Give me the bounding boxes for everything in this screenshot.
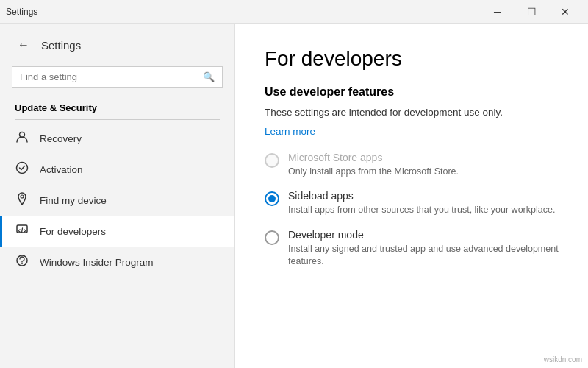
svg-point-5	[21, 263, 23, 265]
watermark: wsikdn.com	[544, 355, 582, 364]
radio-item-microsoft-store[interactable]: Microsoft Store apps Only install apps f…	[265, 152, 559, 179]
radio-sideload-label: Sideload apps	[288, 190, 555, 202]
minimize-button[interactable]: ─	[481, 0, 514, 24]
for-developers-label: For developers	[40, 226, 106, 237]
radio-sideload-labels: Sideload apps Install apps from other so…	[288, 190, 555, 217]
titlebar-left: Settings	[6, 7, 37, 17]
radio-sideload-sublabel: Install apps from other sources that you…	[288, 204, 555, 217]
radio-developer-mode-sublabel: Install any signed and trusted app and u…	[288, 243, 559, 269]
radio-microsoft-store-label: Microsoft Store apps	[288, 152, 459, 163]
sidebar-item-find-my-device[interactable]: Find my device	[0, 185, 234, 216]
search-input[interactable]	[20, 71, 197, 82]
sidebar-item-for-developers[interactable]: For developers	[0, 216, 234, 247]
sidebar-divider	[15, 119, 220, 120]
recovery-label: Recovery	[40, 133, 82, 144]
windows-insider-label: Windows Insider Program	[40, 257, 154, 268]
radio-sideload-circle[interactable]	[265, 191, 279, 206]
search-box[interactable]: 🔍	[12, 66, 223, 88]
sidebar: ← Settings 🔍 Update & Security Recovery	[0, 24, 235, 368]
for-developers-icon	[15, 223, 29, 239]
radio-microsoft-store-sublabel: Only install apps from the Microsoft Sto…	[288, 166, 459, 179]
sidebar-app-title: Settings	[41, 39, 81, 52]
back-button[interactable]: ←	[15, 35, 32, 54]
window-controls: ─ ☐ ✕	[481, 0, 582, 24]
sidebar-item-activation[interactable]: Activation	[0, 154, 234, 185]
radio-item-sideload[interactable]: Sideload apps Install apps from other so…	[265, 190, 559, 217]
svg-point-2	[21, 195, 24, 198]
svg-point-1	[17, 163, 28, 174]
activation-icon	[15, 161, 29, 177]
app-body: ← Settings 🔍 Update & Security Recovery	[0, 24, 588, 368]
section-title: Use developer features	[265, 85, 559, 99]
page-title: For developers	[265, 47, 559, 71]
app-title: Settings	[6, 7, 37, 17]
windows-insider-icon	[15, 254, 29, 270]
radio-microsoft-store-labels: Microsoft Store apps Only install apps f…	[288, 152, 459, 179]
find-my-device-icon	[15, 192, 29, 208]
radio-group: Microsoft Store apps Only install apps f…	[265, 152, 559, 269]
sidebar-section-title: Update & Security	[0, 96, 234, 116]
find-my-device-label: Find my device	[40, 195, 107, 206]
learn-more-link[interactable]: Learn more	[265, 126, 315, 137]
radio-developer-mode-label: Developer mode	[288, 229, 559, 241]
radio-microsoft-store-circle[interactable]	[265, 153, 279, 168]
close-button[interactable]: ✕	[548, 0, 582, 24]
activation-label: Activation	[40, 164, 83, 175]
titlebar: Settings ─ ☐ ✕	[0, 0, 588, 24]
content-area: For developers Use developer features Th…	[235, 24, 588, 368]
sidebar-item-windows-insider[interactable]: Windows Insider Program	[0, 247, 234, 277]
radio-developer-mode-circle[interactable]	[265, 230, 279, 245]
description-text: These settings are intended for developm…	[265, 106, 559, 120]
sidebar-header: ← Settings	[0, 24, 234, 63]
maximize-button[interactable]: ☐	[514, 0, 548, 24]
search-icon: 🔍	[203, 71, 215, 82]
recovery-icon	[15, 130, 29, 146]
sidebar-item-recovery[interactable]: Recovery	[0, 123, 234, 154]
radio-item-developer-mode[interactable]: Developer mode Install any signed and tr…	[265, 229, 559, 269]
radio-developer-mode-labels: Developer mode Install any signed and tr…	[288, 229, 559, 269]
